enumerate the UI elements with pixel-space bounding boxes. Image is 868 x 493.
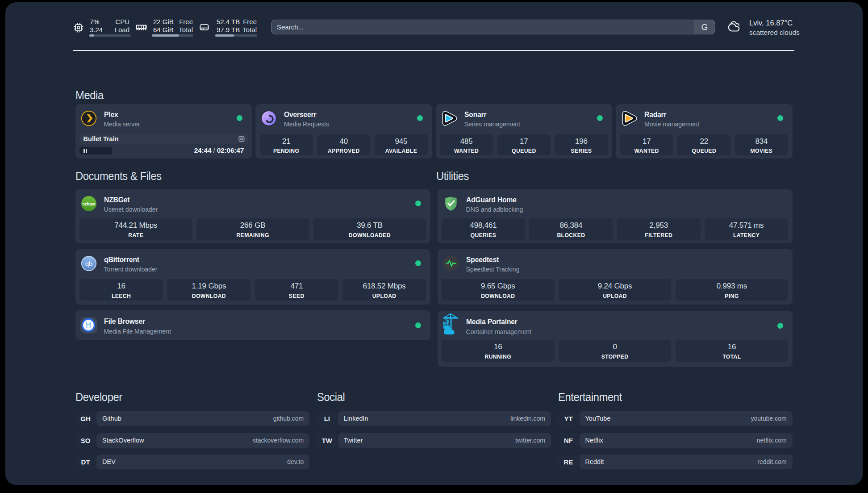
svg-text:nzbget: nzbget (82, 202, 95, 206)
svg-text:qb: qb (85, 260, 92, 267)
